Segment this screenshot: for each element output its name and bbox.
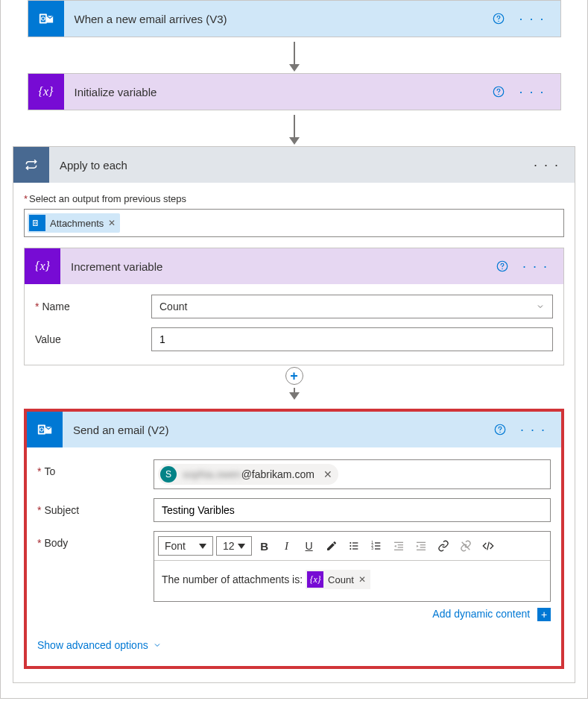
svg-point-21 <box>350 545 351 547</box>
outlook-icon <box>27 412 63 447</box>
body-editor: Font 12 B I U <box>154 531 551 602</box>
svg-point-7 <box>499 94 500 95</box>
init-var-title: Initialize variable <box>64 86 493 98</box>
apply-each-header[interactable]: Apply to each · · · <box>13 147 575 183</box>
italic-button[interactable]: I <box>276 535 297 556</box>
show-advanced-link[interactable]: Show advanced options <box>37 635 162 654</box>
svg-text:3: 3 <box>371 547 373 550</box>
send-email-header[interactable]: Send an email (V2) · · · <box>27 412 561 447</box>
svg-rect-35 <box>394 550 403 550</box>
more-icon[interactable]: · · · <box>516 11 548 27</box>
variable-icon: {x} <box>28 74 64 110</box>
send-email-title: Send an email (V2) <box>63 424 493 436</box>
svg-rect-32 <box>394 542 403 543</box>
increment-var-title: Increment variable <box>60 260 496 273</box>
value-input[interactable] <box>151 327 553 351</box>
trigger-header[interactable]: When a new email arrives (V3) · · · <box>28 1 560 37</box>
loop-icon <box>13 147 49 183</box>
to-label: *To <box>37 459 154 477</box>
chevron-down-icon <box>153 641 162 650</box>
underline-button[interactable]: U <box>299 535 320 556</box>
name-select[interactable]: Count <box>151 295 553 318</box>
token-remove-icon[interactable]: ✕ <box>108 218 116 228</box>
bullet-list-button[interactable] <box>344 535 364 556</box>
svg-rect-29 <box>375 542 380 543</box>
outlook-icon <box>28 1 64 37</box>
flow-arrow-icon <box>13 110 575 146</box>
font-family-select[interactable]: Font <box>158 536 213 556</box>
init-var-header[interactable]: {x} Initialize variable · · · <box>28 74 560 110</box>
avatar: S <box>160 466 177 483</box>
svg-point-17 <box>40 428 42 430</box>
dropdown-icon <box>238 544 245 549</box>
indent-button[interactable] <box>411 535 431 556</box>
help-icon[interactable] <box>492 12 505 25</box>
to-field[interactable]: S sophia.owen@fabrikam.com ✕ <box>154 459 551 489</box>
subject-input[interactable] <box>154 498 551 522</box>
svg-rect-38 <box>420 547 425 547</box>
more-icon[interactable]: · · · <box>531 157 563 173</box>
increment-var-card: {x} Increment variable · · · *Name <box>24 248 564 365</box>
add-step-button[interactable]: + <box>285 367 303 385</box>
outdent-button[interactable] <box>388 535 409 556</box>
font-size-select[interactable]: 12 <box>216 536 252 556</box>
send-email-card: Send an email (V2) · · · *To <box>27 412 561 666</box>
add-dynamic-content-link[interactable]: Add dynamic content <box>432 608 530 620</box>
recipient-pill[interactable]: S sophia.owen@fabrikam.com ✕ <box>158 464 338 485</box>
help-icon[interactable] <box>496 260 509 273</box>
body-label: *Body <box>37 531 154 549</box>
select-output-field[interactable]: Attachments ✕ <box>24 209 564 237</box>
init-var-card: {x} Initialize variable · · · <box>28 73 561 110</box>
more-icon[interactable]: · · · <box>516 84 548 100</box>
help-icon[interactable] <box>493 423 507 436</box>
token-remove-icon[interactable]: ✕ <box>358 574 366 585</box>
link-button[interactable] <box>433 535 454 556</box>
bold-button[interactable]: B <box>254 535 275 556</box>
value-label: Value <box>35 327 151 345</box>
more-icon[interactable]: · · · <box>519 259 551 274</box>
svg-rect-33 <box>397 544 402 545</box>
svg-rect-34 <box>397 547 402 547</box>
subject-label: *Subject <box>37 498 154 516</box>
svg-rect-36 <box>417 542 426 543</box>
svg-point-13 <box>502 268 503 270</box>
trigger-title: When a new email arrives (V3) <box>64 13 493 25</box>
svg-rect-23 <box>353 542 358 543</box>
dropdown-icon <box>199 544 206 549</box>
name-label: *Name <box>35 295 151 312</box>
svg-point-19 <box>499 432 501 433</box>
number-list-button[interactable]: 123 <box>366 535 387 556</box>
count-var-token[interactable]: {x} Count ✕ <box>306 570 370 589</box>
apply-each-card: Apply to each · · · *Select an output fr… <box>13 146 575 683</box>
svg-point-5 <box>499 21 500 22</box>
svg-point-22 <box>350 548 351 550</box>
variable-icon: {x} <box>25 248 60 284</box>
pen-button[interactable] <box>321 535 342 556</box>
svg-rect-25 <box>353 548 358 549</box>
svg-rect-30 <box>375 545 380 546</box>
svg-rect-39 <box>417 550 426 550</box>
apply-each-title: Apply to each <box>49 159 531 172</box>
svg-rect-24 <box>353 545 358 546</box>
add-dynamic-content-icon[interactable]: + <box>537 608 551 621</box>
unlink-button[interactable] <box>455 535 476 556</box>
flow-arrow-icon <box>13 37 575 73</box>
send-email-highlight: Send an email (V2) · · · *To <box>24 409 564 669</box>
help-icon[interactable] <box>492 85 505 98</box>
recipient-remove-icon[interactable]: ✕ <box>320 468 332 480</box>
chevron-down-icon <box>536 302 545 311</box>
svg-rect-37 <box>420 544 425 545</box>
svg-point-3 <box>42 17 44 19</box>
increment-var-header[interactable]: {x} Increment variable · · · <box>25 248 563 284</box>
code-view-button[interactable] <box>478 535 499 556</box>
attachments-token[interactable]: Attachments ✕ <box>28 213 120 233</box>
svg-point-11 <box>34 222 36 224</box>
trigger-card: When a new email arrives (V3) · · · <box>28 0 561 37</box>
token-label: Attachments <box>50 218 104 229</box>
svg-rect-31 <box>375 548 380 549</box>
svg-point-20 <box>350 542 351 544</box>
select-output-label: *Select an output from previous steps <box>24 193 564 204</box>
rte-toolbar: Font 12 B I U <box>154 532 550 561</box>
more-icon[interactable]: · · · <box>517 422 549 438</box>
body-content[interactable]: The number of attachments is: {x} Count … <box>154 561 550 601</box>
